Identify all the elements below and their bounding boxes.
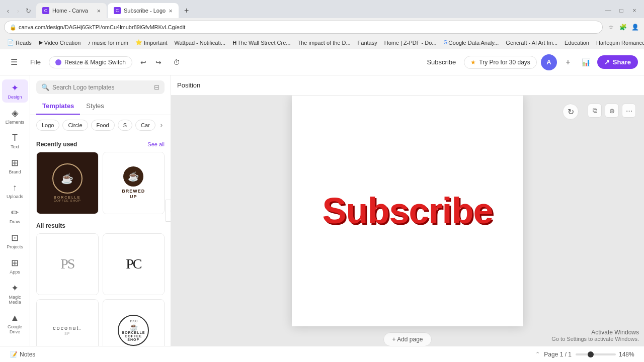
toolbar-icons: ☆ 🧩 👤: [606, 22, 640, 32]
redo-btn[interactable]: ↪: [151, 55, 166, 69]
canva-app: ☰ File Resize & Magic Switch ↩ ↪ ⏱ Subsc…: [0, 49, 644, 362]
main-area: ✦ Design ◈ Elements T Text ⊞ Brand ↑ Upl…: [0, 75, 644, 346]
close-btn[interactable]: ×: [629, 5, 640, 16]
bookmark-impact[interactable]: The impact of the D...: [294, 39, 353, 47]
bookmark-wallstreet[interactable]: HThe Wall Street Cre...: [229, 39, 293, 47]
analytics-btn[interactable]: 📊: [579, 55, 593, 69]
design-label: Design: [8, 95, 22, 100]
forward-btn[interactable]: ›: [14, 7, 22, 15]
refresh-canvas-btn[interactable]: ↻: [562, 104, 579, 120]
sidebar-item-draw[interactable]: ✏ Draw: [2, 204, 28, 227]
sidebar-item-magic-media[interactable]: ✦ Magic Media: [2, 280, 28, 308]
title-bar: ‹ › ↻ C Home - Canva × C Subscribe - Log…: [0, 0, 644, 18]
new-tab-btn[interactable]: +: [180, 4, 194, 18]
canvas-action-btns: ⧉ ⊕ ⋯: [588, 104, 636, 118]
notes-btn[interactable]: 📝 Notes: [6, 350, 39, 359]
chip-car[interactable]: Car: [135, 120, 155, 131]
profile-icon[interactable]: 👤: [630, 22, 640, 32]
chip-food[interactable]: Food: [91, 120, 115, 131]
search-input[interactable]: [52, 84, 151, 91]
magic-switch-label: Resize & Magic Switch: [64, 59, 126, 66]
template-thumb-borcelle[interactable]: ☕ BORCELLE COFFEE SHOP: [36, 152, 99, 214]
bookmark-harlequin[interactable]: Harlequin Romance...: [593, 39, 644, 47]
magic-switch-btn[interactable]: Resize & Magic Switch: [49, 56, 132, 68]
chevron-up-icon[interactable]: ⌃: [535, 351, 540, 357]
home-tab-close[interactable]: ×: [97, 7, 101, 15]
bookmark-important[interactable]: ⭐Important: [132, 38, 170, 47]
canvas-wrapper: Subscribe + Add page: [292, 96, 523, 346]
address-box[interactable]: 🔒 canva.com/design/DAGHj6GkTPl/omCu4lmub…: [4, 21, 603, 34]
undo-btn[interactable]: ↩: [136, 55, 150, 69]
sidebar-item-google-drive[interactable]: ▲ Google Drive: [2, 310, 28, 337]
back-btn[interactable]: ‹: [4, 7, 12, 15]
refresh-btn[interactable]: ↻: [24, 7, 32, 15]
add-collaborator-btn[interactable]: +: [561, 55, 575, 69]
tab-templates[interactable]: Templates: [36, 98, 80, 115]
template-thumb-pc[interactable]: PC: [103, 233, 165, 296]
chip-logo[interactable]: Logo: [36, 120, 59, 131]
try-pro-btn[interactable]: ★ Try Pro for 30 days: [464, 56, 537, 69]
tab-styles[interactable]: Styles: [80, 98, 110, 115]
more-canvas-btn[interactable]: ⋯: [622, 104, 636, 118]
bookmark-fantasy[interactable]: Fantasy: [355, 39, 380, 47]
add-page-btn[interactable]: + Add page: [383, 332, 431, 346]
sidebar-item-brand[interactable]: ⊞ Brand: [2, 154, 28, 177]
panel-scroll: Recently used See all ☕ BORCELLE COFFEE …: [30, 135, 171, 346]
minimize-btn[interactable]: —: [603, 5, 614, 16]
brand-label: Brand: [9, 169, 21, 174]
filter-icon[interactable]: ⊟: [154, 83, 159, 91]
share-btn[interactable]: ↗ Share: [597, 55, 638, 69]
duplicate-canvas-btn[interactable]: ⊕: [605, 104, 619, 118]
bookmark-zpdf[interactable]: Home | Z-PDF - Do...: [381, 39, 440, 47]
browser-tab-subscribe[interactable]: C Subscribe - Logo ×: [108, 3, 179, 18]
schedule-btn[interactable]: ⏱: [170, 55, 184, 69]
file-menu-btn[interactable]: File: [26, 56, 45, 68]
sidebar-item-text[interactable]: T Text: [2, 130, 28, 152]
panel-collapse-btn[interactable]: ‹: [166, 200, 171, 222]
pro-star-icon: ★: [470, 59, 476, 66]
template-thumb-coconut[interactable]: coconut. SP: [36, 299, 99, 346]
see-all-link[interactable]: See all: [147, 141, 165, 147]
chip-circle[interactable]: Circle: [62, 120, 88, 131]
sidebar-item-elements[interactable]: ◈ Elements: [2, 105, 28, 128]
user-avatar[interactable]: A: [541, 54, 557, 70]
home-tab-title: Home - Canva: [52, 8, 94, 14]
sidebar-item-projects[interactable]: ⊡ Projects: [2, 229, 28, 252]
bookmark-video[interactable]: ▶Video Creation: [36, 38, 84, 47]
canvas-page[interactable]: Subscribe: [292, 96, 523, 326]
template-thumb-borcelle2[interactable]: 1990 ☕ BORCELLECOFFEE SHOP: [103, 299, 165, 346]
template-thumb-ps[interactable]: PS: [36, 233, 99, 296]
home-favicon: C: [42, 7, 49, 14]
bookmark-music[interactable]: ♪music for mum: [85, 39, 131, 47]
borcelle-sub: COFFEE SHOP: [54, 199, 81, 202]
magic-dot: [55, 59, 61, 65]
bookmark-education[interactable]: Education: [561, 39, 592, 47]
draw-label: Draw: [10, 219, 20, 224]
bookmark-wattpad[interactable]: Wattpad - Notificati...: [171, 39, 228, 47]
sidebar-item-uploads[interactable]: ↑ Uploads: [2, 179, 28, 202]
canvas-toolbar-label: Position: [177, 81, 200, 89]
bookmark-reads[interactable]: 📄Reads: [4, 38, 35, 47]
sidebar-item-design[interactable]: ✦ Design: [2, 79, 28, 103]
zoom-slider[interactable]: [576, 353, 616, 355]
bookmark-star-icon[interactable]: ☆: [606, 22, 616, 32]
maximize-btn[interactable]: □: [616, 5, 627, 16]
extension-icon[interactable]: 🧩: [618, 22, 628, 32]
page-indicator: Page 1 / 1: [544, 351, 572, 358]
bookmark-google-data[interactable]: GGoogle Data Analy...: [440, 39, 502, 47]
subscribe-nav-link[interactable]: Subscribe: [423, 56, 460, 68]
coconut-container: coconut. SP: [53, 325, 82, 335]
chip-s[interactable]: S: [118, 120, 132, 131]
hamburger-menu[interactable]: ☰: [6, 54, 22, 70]
copy-canvas-btn[interactable]: ⧉: [588, 104, 602, 118]
share-icon: ↗: [604, 58, 610, 66]
chip-more[interactable]: ›: [158, 119, 165, 131]
browser-tab-home[interactable]: C Home - Canva ×: [36, 3, 107, 18]
search-box: 🔍 ⊟: [36, 80, 165, 94]
bookmark-gencraft[interactable]: Gencraft - AI Art Im...: [503, 39, 560, 47]
template-thumb-brewed[interactable]: ☕ BREWEDUP: [103, 152, 165, 214]
pc-text: PC: [126, 256, 141, 272]
sidebar-item-apps[interactable]: ⊞ Apps: [2, 254, 28, 278]
subscribe-tab-close[interactable]: ×: [169, 7, 173, 15]
canvas-scroll[interactable]: ⧉ ⊕ ⋯ ↻ Subscribe + Add page: [171, 96, 644, 346]
